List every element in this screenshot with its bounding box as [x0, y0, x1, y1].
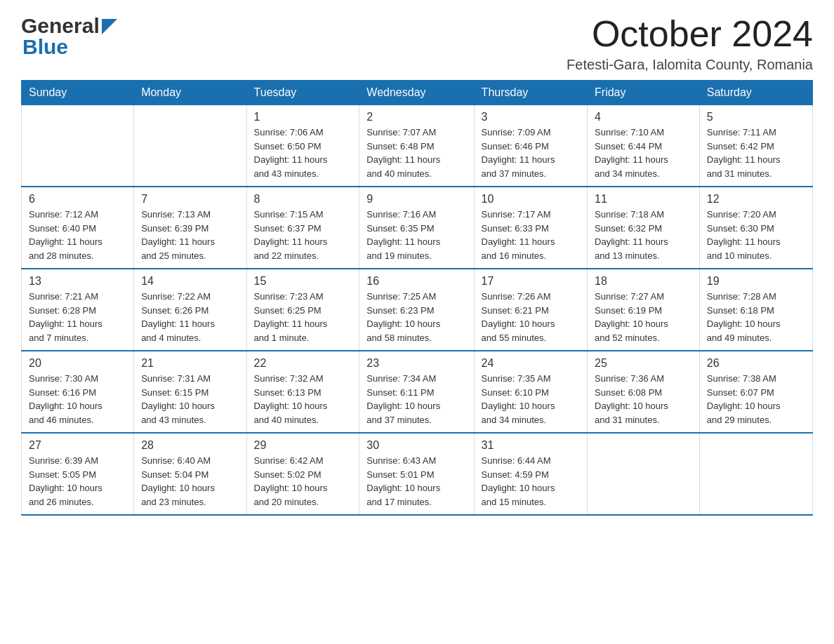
- logo-arrow-icon: [102, 19, 117, 34]
- day-number: 15: [254, 275, 352, 288]
- calendar-table: SundayMondayTuesdayWednesdayThursdayFrid…: [21, 80, 813, 516]
- day-number: 29: [254, 439, 352, 452]
- day-cell: [588, 433, 700, 515]
- day-info: Sunrise: 7:28 AM Sunset: 6:18 PM Dayligh…: [707, 290, 805, 344]
- day-number: 14: [141, 275, 239, 288]
- day-info: Sunrise: 6:40 AM Sunset: 5:04 PM Dayligh…: [141, 454, 239, 509]
- day-cell: 17Sunrise: 7:26 AM Sunset: 6:21 PM Dayli…: [474, 269, 587, 351]
- day-info: Sunrise: 7:06 AM Sunset: 6:50 PM Dayligh…: [254, 126, 352, 180]
- day-number: 1: [254, 111, 352, 123]
- day-cell: 20Sunrise: 7:30 AM Sunset: 6:16 PM Dayli…: [22, 351, 134, 433]
- title-area: October 2024 Fetesti-Gara, Ialomita Coun…: [567, 14, 813, 73]
- day-header-monday: Monday: [134, 81, 246, 105]
- day-info: Sunrise: 7:35 AM Sunset: 6:10 PM Dayligh…: [482, 372, 580, 427]
- day-info: Sunrise: 7:27 AM Sunset: 6:19 PM Dayligh…: [595, 290, 692, 344]
- day-number: 12: [707, 193, 805, 206]
- day-number: 20: [29, 357, 126, 370]
- day-info: Sunrise: 7:26 AM Sunset: 6:21 PM Dayligh…: [482, 290, 580, 344]
- day-cell: 3Sunrise: 7:09 AM Sunset: 6:46 PM Daylig…: [474, 105, 587, 187]
- day-info: Sunrise: 7:20 AM Sunset: 6:30 PM Dayligh…: [707, 208, 805, 262]
- day-number: 13: [29, 275, 126, 288]
- day-info: Sunrise: 6:44 AM Sunset: 4:59 PM Dayligh…: [482, 454, 580, 509]
- day-header-sunday: Sunday: [22, 81, 134, 105]
- day-cell: 31Sunrise: 6:44 AM Sunset: 4:59 PM Dayli…: [474, 433, 587, 515]
- calendar-header: SundayMondayTuesdayWednesdayThursdayFrid…: [22, 81, 813, 105]
- logo-blue-text: Blue: [22, 35, 68, 58]
- day-cell: 29Sunrise: 6:42 AM Sunset: 5:02 PM Dayli…: [246, 433, 359, 515]
- day-cell: 5Sunrise: 7:11 AM Sunset: 6:42 PM Daylig…: [699, 105, 812, 187]
- day-cell: 14Sunrise: 7:22 AM Sunset: 6:26 PM Dayli…: [134, 269, 246, 351]
- day-number: 21: [141, 357, 239, 370]
- day-number: 3: [482, 111, 580, 123]
- day-info: Sunrise: 7:16 AM Sunset: 6:35 PM Dayligh…: [366, 208, 466, 262]
- day-cell: 23Sunrise: 7:34 AM Sunset: 6:11 PM Dayli…: [359, 351, 474, 433]
- day-cell: [134, 105, 246, 187]
- day-cell: 19Sunrise: 7:28 AM Sunset: 6:18 PM Dayli…: [699, 269, 812, 351]
- day-info: Sunrise: 7:23 AM Sunset: 6:25 PM Dayligh…: [254, 290, 352, 344]
- week-row-4: 20Sunrise: 7:30 AM Sunset: 6:16 PM Dayli…: [22, 351, 813, 433]
- day-info: Sunrise: 7:22 AM Sunset: 6:26 PM Dayligh…: [141, 290, 239, 344]
- day-info: Sunrise: 7:32 AM Sunset: 6:13 PM Dayligh…: [254, 372, 352, 427]
- day-number: 28: [141, 439, 239, 452]
- day-number: 17: [482, 275, 580, 288]
- day-cell: [699, 433, 812, 515]
- day-cell: 25Sunrise: 7:36 AM Sunset: 6:08 PM Dayli…: [588, 351, 700, 433]
- day-cell: 27Sunrise: 6:39 AM Sunset: 5:05 PM Dayli…: [22, 433, 134, 515]
- day-cell: 10Sunrise: 7:17 AM Sunset: 6:33 PM Dayli…: [474, 187, 587, 269]
- day-info: Sunrise: 7:31 AM Sunset: 6:15 PM Dayligh…: [141, 372, 239, 427]
- day-number: 26: [707, 357, 805, 370]
- day-number: 27: [29, 439, 126, 452]
- day-cell: 9Sunrise: 7:16 AM Sunset: 6:35 PM Daylig…: [359, 187, 474, 269]
- day-cell: 1Sunrise: 7:06 AM Sunset: 6:50 PM Daylig…: [246, 105, 359, 187]
- day-cell: 4Sunrise: 7:10 AM Sunset: 6:44 PM Daylig…: [588, 105, 700, 187]
- day-header-row: SundayMondayTuesdayWednesdayThursdayFrid…: [22, 81, 813, 105]
- day-number: 23: [366, 357, 466, 370]
- day-number: 22: [254, 357, 352, 370]
- day-info: Sunrise: 7:12 AM Sunset: 6:40 PM Dayligh…: [29, 208, 126, 262]
- day-info: Sunrise: 7:11 AM Sunset: 6:42 PM Dayligh…: [707, 126, 805, 180]
- location-subtitle: Fetesti-Gara, Ialomita County, Romania: [567, 57, 813, 73]
- svg-marker-0: [102, 19, 117, 34]
- day-number: 5: [707, 111, 805, 123]
- day-cell: 11Sunrise: 7:18 AM Sunset: 6:32 PM Dayli…: [588, 187, 700, 269]
- day-number: 31: [482, 439, 580, 452]
- week-row-2: 6Sunrise: 7:12 AM Sunset: 6:40 PM Daylig…: [22, 187, 813, 269]
- day-number: 30: [366, 439, 466, 452]
- day-cell: 30Sunrise: 6:43 AM Sunset: 5:01 PM Dayli…: [359, 433, 474, 515]
- day-info: Sunrise: 6:43 AM Sunset: 5:01 PM Dayligh…: [366, 454, 466, 509]
- day-cell: 7Sunrise: 7:13 AM Sunset: 6:39 PM Daylig…: [134, 187, 246, 269]
- day-info: Sunrise: 7:10 AM Sunset: 6:44 PM Dayligh…: [595, 126, 692, 180]
- day-cell: 12Sunrise: 7:20 AM Sunset: 6:30 PM Dayli…: [699, 187, 812, 269]
- day-cell: 21Sunrise: 7:31 AM Sunset: 6:15 PM Dayli…: [134, 351, 246, 433]
- day-number: 7: [141, 193, 239, 206]
- day-cell: 28Sunrise: 6:40 AM Sunset: 5:04 PM Dayli…: [134, 433, 246, 515]
- day-cell: 16Sunrise: 7:25 AM Sunset: 6:23 PM Dayli…: [359, 269, 474, 351]
- day-number: 6: [29, 193, 126, 206]
- day-number: 24: [482, 357, 580, 370]
- day-info: Sunrise: 6:39 AM Sunset: 5:05 PM Dayligh…: [29, 454, 126, 509]
- day-cell: 24Sunrise: 7:35 AM Sunset: 6:10 PM Dayli…: [474, 351, 587, 433]
- day-info: Sunrise: 6:42 AM Sunset: 5:02 PM Dayligh…: [254, 454, 352, 509]
- day-info: Sunrise: 7:25 AM Sunset: 6:23 PM Dayligh…: [366, 290, 466, 344]
- day-info: Sunrise: 7:36 AM Sunset: 6:08 PM Dayligh…: [595, 372, 692, 427]
- day-header-tuesday: Tuesday: [246, 81, 359, 105]
- logo-general-text: General: [21, 14, 100, 38]
- day-number: 25: [595, 357, 692, 370]
- day-header-thursday: Thursday: [474, 81, 587, 105]
- day-number: 19: [707, 275, 805, 288]
- day-info: Sunrise: 7:09 AM Sunset: 6:46 PM Dayligh…: [482, 126, 580, 180]
- month-title: October 2024: [567, 14, 813, 54]
- day-number: 16: [366, 275, 466, 288]
- day-cell: [22, 105, 134, 187]
- day-info: Sunrise: 7:21 AM Sunset: 6:28 PM Dayligh…: [29, 290, 126, 344]
- logo: General Blue: [21, 14, 117, 59]
- day-cell: 13Sunrise: 7:21 AM Sunset: 6:28 PM Dayli…: [22, 269, 134, 351]
- day-cell: 2Sunrise: 7:07 AM Sunset: 6:48 PM Daylig…: [359, 105, 474, 187]
- day-number: 10: [482, 193, 580, 206]
- day-cell: 26Sunrise: 7:38 AM Sunset: 6:07 PM Dayli…: [699, 351, 812, 433]
- day-cell: 22Sunrise: 7:32 AM Sunset: 6:13 PM Dayli…: [246, 351, 359, 433]
- week-row-3: 13Sunrise: 7:21 AM Sunset: 6:28 PM Dayli…: [22, 269, 813, 351]
- day-info: Sunrise: 7:13 AM Sunset: 6:39 PM Dayligh…: [141, 208, 239, 262]
- day-info: Sunrise: 7:38 AM Sunset: 6:07 PM Dayligh…: [707, 372, 805, 427]
- day-info: Sunrise: 7:15 AM Sunset: 6:37 PM Dayligh…: [254, 208, 352, 262]
